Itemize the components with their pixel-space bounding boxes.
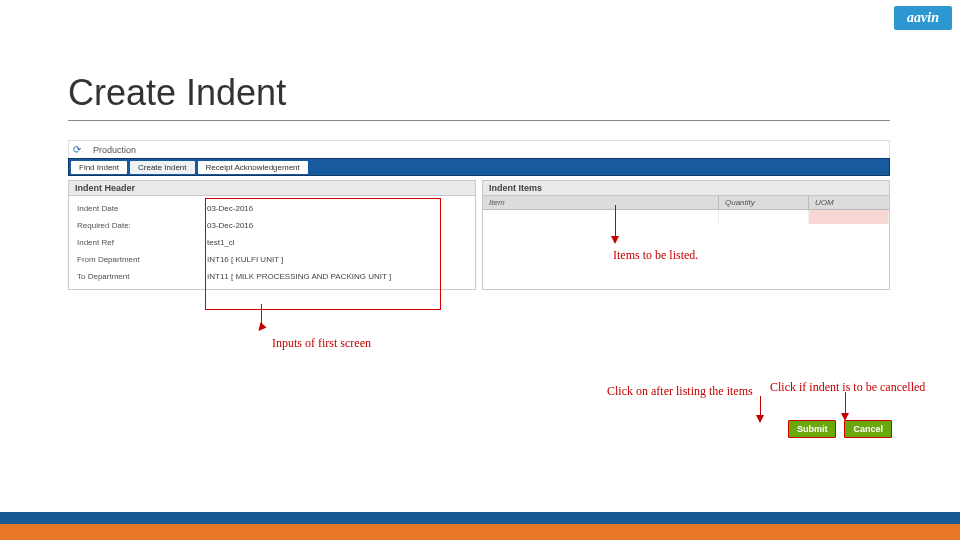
annotation-submit: Click on after listing the items xyxy=(607,384,753,399)
annotation-inputs: Inputs of first screen xyxy=(272,336,371,351)
row-from-dept: From Department INT16 [ KULFI UNIT ] xyxy=(73,251,471,268)
footer-bar-blue xyxy=(0,512,960,524)
annotation-arrow-icon xyxy=(756,415,764,423)
col-item: Item xyxy=(483,196,719,209)
footer-bar-orange xyxy=(0,524,960,540)
col-quantity: Quantity xyxy=(719,196,809,209)
value-to-dept[interactable]: INT11 [ MILK PROCESSING AND PACKING UNIT… xyxy=(207,272,391,281)
tab-find-indent[interactable]: Find Indent xyxy=(71,161,127,174)
tab-bar: Find Indent Create Indent Receipt Acknow… xyxy=(68,158,890,176)
value-indent-ref[interactable]: test1_cl xyxy=(207,238,235,247)
row-required-date: Required Date: 03-Dec-2016 xyxy=(73,217,471,234)
title-underline xyxy=(68,120,890,121)
tab-create-indent[interactable]: Create Indent xyxy=(130,161,194,174)
label-required-date: Required Date: xyxy=(77,221,207,230)
cancel-button[interactable]: Cancel xyxy=(844,420,892,438)
breadcrumb-section[interactable]: Production xyxy=(85,143,144,157)
annotation-items: Items to be listed. xyxy=(613,248,698,263)
label-indent-date: Indent Date xyxy=(77,204,207,213)
value-required-date[interactable]: 03-Dec-2016 xyxy=(207,221,253,230)
app-region: ⟳ Production Find Indent Create Indent R… xyxy=(68,140,890,290)
items-table-row[interactable] xyxy=(483,210,889,224)
cell-uom[interactable] xyxy=(809,210,889,224)
indent-items-panel: Indent Items Item Quantity UOM xyxy=(482,180,890,290)
row-to-dept: To Department INT11 [ MILK PROCESSING AN… xyxy=(73,268,471,285)
annotation-arrow-icon xyxy=(611,236,619,244)
value-indent-date[interactable]: 03-Dec-2016 xyxy=(207,204,253,213)
row-indent-date: Indent Date 03-Dec-2016 xyxy=(73,200,471,217)
brand-logo: aavin xyxy=(892,4,954,32)
label-to-dept: To Department xyxy=(77,272,207,281)
cell-quantity[interactable] xyxy=(719,210,809,224)
tab-receipt-ack[interactable]: Receipt Acknowledgement xyxy=(198,161,308,174)
refresh-icon[interactable]: ⟳ xyxy=(69,144,85,155)
annotation-cancel: Click if indent is to be cancelled xyxy=(770,380,925,395)
button-bar: Submit Cancel xyxy=(788,420,892,438)
page-title: Create Indent xyxy=(68,72,286,114)
indent-items-title: Indent Items xyxy=(483,181,889,196)
breadcrumb-bar: ⟳ Production xyxy=(68,140,890,158)
annotation-arrow-icon xyxy=(255,322,266,333)
label-indent-ref: Indent Ref xyxy=(77,238,207,247)
annotation-arrow-line xyxy=(615,205,616,239)
items-table-header: Item Quantity UOM xyxy=(483,196,889,210)
label-from-dept: From Department xyxy=(77,255,207,264)
indent-header-panel: Indent Header Indent Date 03-Dec-2016 Re… xyxy=(68,180,476,290)
value-from-dept[interactable]: INT16 [ KULFI UNIT ] xyxy=(207,255,283,264)
annotation-arrow-icon xyxy=(841,413,849,421)
indent-header-title: Indent Header xyxy=(69,181,475,196)
col-uom: UOM xyxy=(809,196,889,209)
submit-button[interactable]: Submit xyxy=(788,420,837,438)
cell-item[interactable] xyxy=(483,210,719,224)
row-indent-ref: Indent Ref test1_cl xyxy=(73,234,471,251)
